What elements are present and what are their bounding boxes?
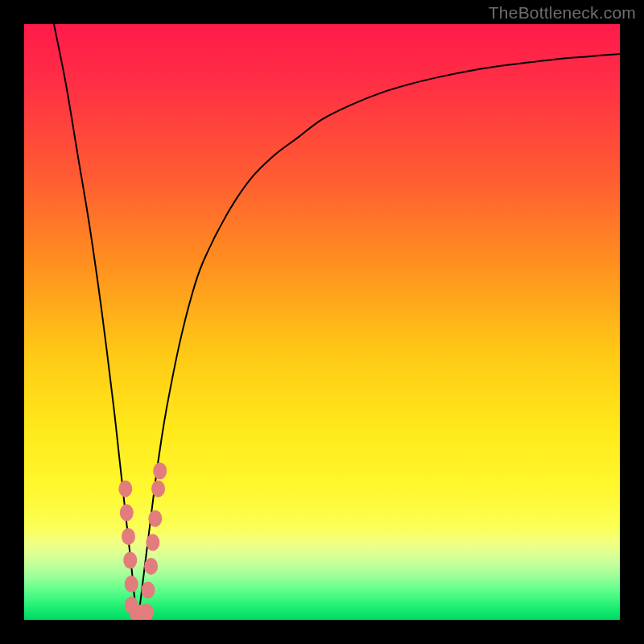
data-dot [146, 534, 159, 551]
data-dot [151, 481, 165, 497]
chart-frame: TheBottleneck.com [0, 0, 644, 644]
chart-svg [24, 24, 620, 620]
data-dot [118, 481, 132, 497]
data-dot [120, 504, 134, 521]
data-dots [118, 463, 167, 621]
data-dot [122, 528, 135, 545]
data-dot [125, 576, 138, 592]
data-dot [123, 552, 137, 569]
data-dot [144, 558, 158, 575]
data-dot [148, 510, 162, 527]
plot-area [24, 24, 620, 620]
data-dot [153, 463, 167, 480]
watermark-text: TheBottleneck.com [489, 3, 636, 23]
bottleneck-curve [54, 24, 620, 620]
data-dot [140, 604, 154, 620]
data-dot [141, 582, 155, 599]
